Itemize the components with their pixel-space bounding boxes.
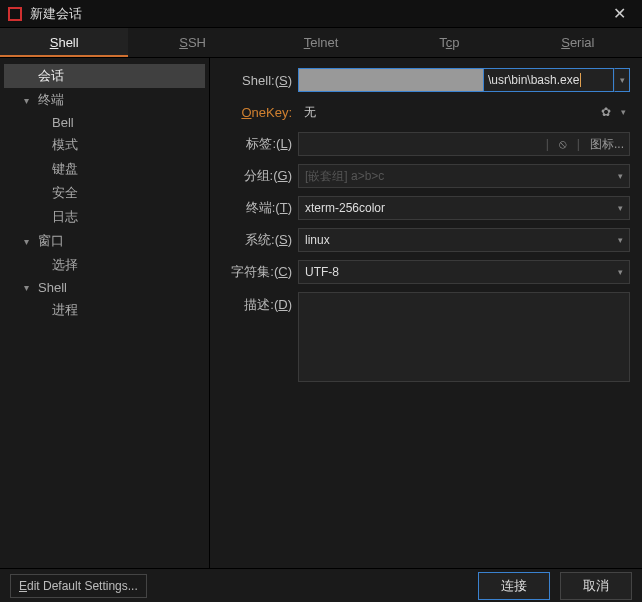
separator: |	[577, 137, 580, 151]
sidebar-item-label: 终端	[38, 91, 64, 109]
sidebar-item-label: Bell	[52, 115, 74, 130]
tab-telnet[interactable]: Telnet	[257, 28, 385, 57]
sidebar-item-label: 模式	[52, 136, 78, 154]
sidebar-item-5[interactable]: 安全	[4, 181, 205, 205]
cancel-button[interactable]: 取消	[560, 572, 632, 600]
sidebar-item-label: 日志	[52, 208, 78, 226]
settings-sidebar: 会话▾终端Bell模式键盘安全日志▾窗口选择▾Shell进程	[0, 58, 210, 568]
edit-defaults-button[interactable]: Edit Default Settings...	[10, 574, 147, 598]
chevron-down-icon: ▾	[24, 236, 38, 247]
tag-reset-icon[interactable]: ⦸	[559, 137, 567, 151]
sidebar-item-0[interactable]: 会话	[4, 64, 205, 88]
charset-label: 字符集:(C)	[222, 263, 298, 281]
system-label: 系统:(S)	[222, 231, 298, 249]
shell-path-input[interactable]: \usr\bin\bash.exe	[484, 68, 614, 92]
sidebar-item-3[interactable]: 模式	[4, 133, 205, 157]
sidebar-item-label: 窗口	[38, 232, 64, 250]
sidebar-item-label: 进程	[52, 301, 78, 319]
sidebar-item-label: 选择	[52, 256, 78, 274]
sidebar-item-label: 安全	[52, 184, 78, 202]
gear-icon[interactable]: ✿	[596, 105, 616, 119]
group-select[interactable]: [嵌套组] a>b>c▾	[298, 164, 630, 188]
shell-label: Shell:(S)	[222, 73, 298, 88]
sidebar-item-label: 会话	[38, 67, 64, 85]
shell-dropdown-button[interactable]: ▾	[614, 68, 630, 92]
terminal-select[interactable]: xterm-256color▾	[298, 196, 630, 220]
onekey-value[interactable]: 无	[298, 100, 596, 124]
app-logo-icon	[8, 7, 22, 21]
sidebar-item-7[interactable]: ▾窗口	[4, 229, 205, 253]
window-title: 新建会话	[30, 5, 604, 23]
tag-label: 标签:(L)	[222, 135, 298, 153]
onekey-dropdown-button[interactable]: ▾	[616, 107, 630, 117]
tab-shell[interactable]: Shell	[0, 28, 128, 57]
sidebar-item-label: 键盘	[52, 160, 78, 178]
connect-button[interactable]: 连接	[478, 572, 550, 600]
sidebar-item-2[interactable]: Bell	[4, 112, 205, 133]
sidebar-item-8[interactable]: 选择	[4, 253, 205, 277]
group-label: 分组:(G)	[222, 167, 298, 185]
sidebar-item-4[interactable]: 键盘	[4, 157, 205, 181]
onekey-label: OneKey:	[222, 105, 298, 120]
sidebar-item-9[interactable]: ▾Shell	[4, 277, 205, 298]
sidebar-item-1[interactable]: ▾终端	[4, 88, 205, 112]
chevron-down-icon: ▾	[24, 95, 38, 106]
session-type-tabs: Shell SSH Telnet Tcp Serial	[0, 28, 642, 58]
separator: |	[546, 137, 549, 151]
sidebar-item-6[interactable]: 日志	[4, 205, 205, 229]
tab-serial[interactable]: Serial	[514, 28, 642, 57]
sidebar-item-label: Shell	[38, 280, 67, 295]
charset-select[interactable]: UTF-8▾	[298, 260, 630, 284]
chevron-down-icon: ▾	[24, 282, 38, 293]
description-textarea[interactable]	[298, 292, 630, 382]
icon-picker-button[interactable]: 图标...	[590, 136, 624, 153]
description-label: 描述:(D)	[222, 292, 298, 314]
tab-ssh[interactable]: SSH	[128, 28, 256, 57]
shell-path-prefix[interactable]	[298, 68, 484, 92]
system-select[interactable]: linux▾	[298, 228, 630, 252]
close-button[interactable]: ✕	[604, 4, 634, 23]
terminal-label: 终端:(T)	[222, 199, 298, 217]
tab-tcp[interactable]: Tcp	[385, 28, 513, 57]
session-form: Shell:(S) \usr\bin\bash.exe ▾ OneKey: 无 …	[210, 58, 642, 568]
sidebar-item-10[interactable]: 进程	[4, 298, 205, 322]
